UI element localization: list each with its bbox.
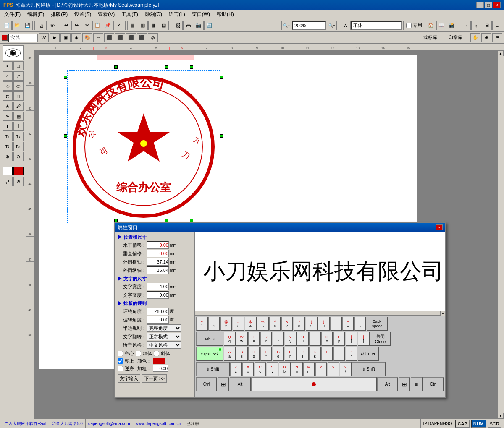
maximize-button[interactable]: □ xyxy=(485,2,492,8)
kb-h[interactable]: Hh xyxy=(285,347,297,361)
tool-star[interactable]: ★ xyxy=(3,102,13,111)
kb-z[interactable]: Zz xyxy=(230,362,242,376)
tb-align2[interactable]: ▥ xyxy=(138,21,148,30)
kb-minus[interactable]: _- xyxy=(330,317,342,331)
kb-period[interactable]: >. xyxy=(328,362,339,376)
color-swatch-white[interactable] xyxy=(3,167,13,175)
kb-c[interactable]: Cc xyxy=(255,362,266,376)
tb-extra3[interactable]: ⊞ xyxy=(482,21,492,30)
prop-h-offset-input[interactable] xyxy=(147,241,169,249)
tool-text2[interactable]: T↑ xyxy=(3,132,13,141)
kb-ctrl-right[interactable]: Ctrl xyxy=(423,377,444,391)
tb-align3[interactable]: ▦ xyxy=(148,21,158,30)
kb-e[interactable]: Ee xyxy=(248,332,260,346)
kb-1[interactable]: !1 xyxy=(208,317,220,331)
seal-store-btn[interactable]: 印章库 xyxy=(445,34,466,41)
cb-italic[interactable] xyxy=(154,351,159,356)
tb-img2[interactable]: 🗃 xyxy=(183,21,193,30)
handle-right-mid[interactable] xyxy=(220,134,223,138)
tool-select-square[interactable]: □ xyxy=(13,61,24,70)
line-style-combo[interactable]: 实线 xyxy=(8,34,38,42)
tb-new[interactable]: 📄 xyxy=(2,21,12,30)
kb-backspace[interactable]: BackSpace xyxy=(367,317,388,331)
kb-b[interactable]: Bb xyxy=(279,362,291,376)
tb-align4[interactable]: ▧ xyxy=(159,21,169,30)
extra-input[interactable] xyxy=(153,365,168,372)
tool-zoom-out[interactable]: ⊖ xyxy=(13,152,24,161)
prop-half-rule-select[interactable]: 完整角度 半边规则 xyxy=(147,324,181,332)
kb-x[interactable]: Xx xyxy=(242,362,254,376)
color-swatch-red[interactable] xyxy=(13,167,24,175)
cb-facing[interactable] xyxy=(118,358,123,364)
kb-8[interactable]: *8 xyxy=(294,317,305,331)
handle-left-top[interactable] xyxy=(64,76,67,79)
tool-text4[interactable]: T⌇ xyxy=(3,142,13,151)
kb-m[interactable]: Mm xyxy=(303,362,315,376)
kb-j[interactable]: Jj xyxy=(297,347,309,361)
kb-i[interactable]: Ii xyxy=(309,332,321,346)
zoom-combo[interactable]: 200% xyxy=(292,21,326,30)
kb-p[interactable]: Pp xyxy=(333,332,345,346)
kb-win-right[interactable]: ⊞ xyxy=(399,377,410,391)
color-picker[interactable] xyxy=(153,358,165,364)
kb-quote[interactable]: "' xyxy=(346,347,357,361)
kb-alt-left[interactable]: Alt xyxy=(230,377,251,391)
handle-top-mid[interactable] xyxy=(114,65,118,69)
kb-k[interactable]: Kk xyxy=(309,347,321,361)
tb-open[interactable]: 📂 xyxy=(12,21,22,30)
tb-style7[interactable]: ⬛ xyxy=(104,33,114,42)
kb-win-left[interactable]: ⊞ xyxy=(218,377,229,391)
prop-text-w-input[interactable] xyxy=(147,283,169,290)
kb-backslash[interactable]: |\ xyxy=(354,317,366,331)
handle-top-far[interactable] xyxy=(190,65,193,69)
tb-save[interactable]: 💾 xyxy=(23,21,33,30)
tool-text-arc[interactable]: T̃ xyxy=(13,122,24,131)
canvas-content[interactable]: 欢乐网科技有限公司 综合办公室 司 公 刀 小 属性窗口 × xyxy=(39,55,417,369)
tb-style11[interactable]: ◎ xyxy=(148,33,158,42)
tool-circle[interactable]: ○ xyxy=(3,71,13,81)
tb-style1[interactable]: W xyxy=(39,33,49,42)
text-preview-scrollbar[interactable]: ▼ xyxy=(195,311,445,316)
tool-pi[interactable]: π xyxy=(3,91,13,101)
tb-cut[interactable]: ✂ xyxy=(82,21,92,30)
next-page-button[interactable]: 下一页 >> xyxy=(142,374,167,383)
kb-7[interactable]: &7 xyxy=(281,317,293,331)
kb-rbracket[interactable]: }] xyxy=(358,332,370,346)
tb-style9[interactable]: ⬛ xyxy=(126,33,136,42)
kb-5[interactable]: %5 xyxy=(257,317,269,331)
menu-help[interactable]: 帮助(H) xyxy=(213,10,237,19)
kb-3[interactable]: #3 xyxy=(233,317,244,331)
special-checkbox[interactable] xyxy=(406,23,412,28)
tool-texture[interactable]: ▩ xyxy=(13,112,24,121)
tool-ellipse[interactable]: ⬭ xyxy=(13,81,24,91)
kb-equals[interactable]: += xyxy=(342,317,354,331)
kb-9[interactable]: (9 xyxy=(306,317,318,331)
tb-extra1[interactable]: ↔ xyxy=(461,21,471,30)
tool-swap[interactable]: ⇄ xyxy=(3,177,13,186)
kb-menu[interactable]: ≡ xyxy=(411,377,423,391)
cb-bold[interactable] xyxy=(136,351,141,356)
kb-w[interactable]: Ww xyxy=(236,332,248,346)
kb-shift-right[interactable]: ⇧ Shift xyxy=(352,362,386,376)
kb-slash[interactable]: ?/ xyxy=(340,362,352,376)
zoom-in-icon[interactable]: 🔍+ xyxy=(327,21,337,30)
prop-rotation-input[interactable] xyxy=(147,308,169,315)
seal-library-btn[interactable]: 载标库 xyxy=(420,34,441,41)
tool-diamond[interactable]: ◇ xyxy=(3,81,13,91)
tb-extra4[interactable]: ≡ xyxy=(492,21,502,30)
prop-lang-style-select[interactable]: 中文风格 英文风格 xyxy=(147,341,181,349)
canvas-scrollbar-v[interactable]: ▲ ▼ xyxy=(497,50,504,419)
menu-tools[interactable]: 工具(T) xyxy=(118,10,141,19)
tb-style10[interactable]: ⬛ xyxy=(137,33,147,42)
kb-4[interactable]: $4 xyxy=(245,317,257,331)
kb-g[interactable]: Gg xyxy=(273,347,284,361)
menu-language[interactable]: 语言(L) xyxy=(165,10,189,19)
kb-a[interactable]: Aa xyxy=(224,347,236,361)
cb-empty[interactable] xyxy=(118,351,123,356)
scroll-down-btn[interactable]: ▼ xyxy=(498,413,504,419)
prop-text-flip-select[interactable]: 正常模式 翻转模式 xyxy=(147,333,181,340)
kb-0[interactable]: )0 xyxy=(318,317,330,331)
font-combo[interactable]: 宋体 xyxy=(351,21,402,30)
kb-v[interactable]: Vv xyxy=(267,362,278,376)
prop-tilt-input[interactable] xyxy=(147,316,169,324)
